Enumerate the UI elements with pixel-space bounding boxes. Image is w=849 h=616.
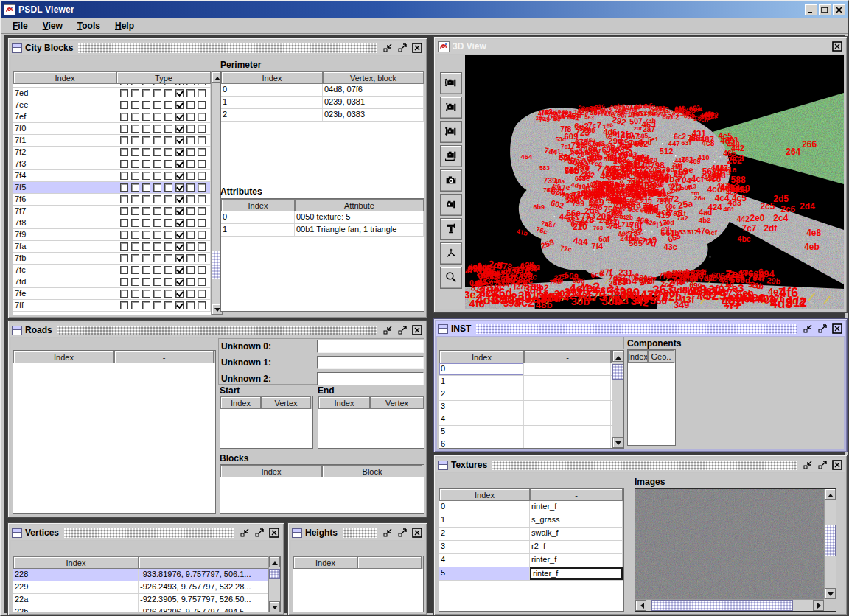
type-checkbox[interactable]: [120, 207, 128, 215]
type-checkbox[interactable]: [142, 207, 150, 215]
table-row[interactable]: 7f4: [13, 170, 211, 182]
table-cell[interactable]: swalk_f: [530, 528, 623, 540]
city-blocks-titlebar[interactable]: City Blocks: [10, 41, 424, 55]
table-cell[interactable]: [524, 363, 611, 375]
table-cell[interactable]: 04d8, 07f6: [323, 84, 424, 96]
slide-camera-button[interactable]: [440, 145, 462, 167]
table-row[interactable]: 7ef: [13, 111, 211, 123]
type-checkbox[interactable]: [186, 219, 195, 227]
type-checkbox[interactable]: [131, 172, 139, 180]
table-row[interactable]: 7f3: [13, 158, 211, 170]
maximize-button[interactable]: [396, 42, 408, 54]
reset-camera-button[interactable]: [440, 194, 462, 216]
type-checkbox[interactable]: [175, 195, 184, 203]
type-checkbox[interactable]: [198, 254, 206, 262]
table-row[interactable]: 0rinter_f: [439, 501, 623, 514]
maximize-button[interactable]: [396, 324, 408, 336]
table-cell[interactable]: 3: [439, 541, 530, 553]
type-checkbox[interactable]: [131, 125, 139, 133]
type-checkbox[interactable]: [142, 266, 150, 274]
type-checkbox[interactable]: [164, 266, 172, 274]
type-checkbox[interactable]: [131, 84, 139, 85]
index-cell[interactable]: 7f7: [13, 206, 116, 217]
type-checkbox[interactable]: [142, 89, 150, 97]
table-cell[interactable]: [524, 426, 611, 438]
type-checkbox[interactable]: [186, 148, 195, 156]
type-checkbox[interactable]: [164, 219, 172, 227]
type-checkbox[interactable]: [142, 242, 150, 251]
type-checkbox[interactable]: [131, 183, 139, 192]
vertical-scrollbar[interactable]: [268, 556, 280, 612]
type-checkbox[interactable]: [175, 113, 184, 121]
type-checkbox[interactable]: [153, 195, 161, 203]
type-checkbox[interactable]: [198, 84, 206, 85]
type-checkbox[interactable]: [186, 160, 195, 168]
table-cell[interactable]: 4: [439, 413, 524, 425]
unknown1-input[interactable]: [317, 356, 424, 369]
index-cell[interactable]: 7fe: [13, 288, 116, 299]
type-checkbox[interactable]: [120, 242, 128, 251]
type-checkbox[interactable]: [131, 290, 139, 298]
type-checkbox[interactable]: [153, 101, 161, 109]
type-checkbox[interactable]: [142, 125, 150, 133]
close-button[interactable]: [831, 323, 843, 335]
roads-titlebar[interactable]: Roads: [10, 323, 424, 337]
type-checkbox[interactable]: [153, 136, 161, 144]
table-cell[interactable]: r2_f: [530, 541, 623, 553]
table-row[interactable]: 5rinter_f: [439, 567, 623, 581]
type-checkbox[interactable]: [131, 101, 139, 109]
type-checkbox[interactable]: [186, 172, 195, 180]
type-checkbox[interactable]: [175, 231, 184, 239]
table-cell[interactable]: -926.48206, 9.757797, 494.5: [139, 606, 270, 612]
type-checkbox[interactable]: [120, 231, 128, 239]
index-cell[interactable]: 7f8: [13, 217, 116, 228]
table-row[interactable]: 0: [439, 363, 623, 376]
type-checkbox[interactable]: [186, 125, 195, 133]
type-checkbox[interactable]: [131, 254, 139, 262]
type-checkbox[interactable]: [142, 219, 150, 227]
type-checkbox[interactable]: [153, 254, 161, 262]
minimize-button[interactable]: [239, 527, 251, 539]
type-checkbox[interactable]: [164, 172, 172, 180]
type-checkbox[interactable]: [198, 101, 206, 109]
type-checkbox[interactable]: [120, 148, 128, 156]
scrollbar-track[interactable]: [269, 567, 280, 601]
type-checkbox[interactable]: [153, 84, 161, 85]
type-checkbox[interactable]: [186, 89, 195, 97]
table-row[interactable]: 22b-926.48206, 9.757797, 494.5: [13, 606, 280, 612]
type-checkbox[interactable]: [142, 183, 150, 192]
type-checkbox[interactable]: [120, 183, 128, 192]
table-cell[interactable]: [524, 413, 611, 425]
type-checkbox[interactable]: [198, 207, 206, 215]
type-checkbox[interactable]: [153, 219, 161, 227]
type-checkbox[interactable]: [175, 219, 184, 227]
type-checkbox[interactable]: [142, 113, 150, 121]
type-checkbox[interactable]: [164, 160, 172, 168]
table-row[interactable]: 1: [439, 376, 623, 388]
type-checkbox[interactable]: [175, 290, 184, 298]
index-cell[interactable]: 7fb: [13, 253, 116, 264]
maximize-button[interactable]: [817, 459, 828, 471]
scrollbar-track[interactable]: [646, 600, 813, 611]
type-checkbox[interactable]: [153, 290, 161, 298]
type-checkbox[interactable]: [142, 301, 150, 309]
close-button[interactable]: [833, 4, 845, 15]
type-checkbox[interactable]: [198, 219, 206, 227]
type-checkbox[interactable]: [142, 231, 150, 239]
type-checkbox[interactable]: [175, 301, 184, 309]
type-checkbox[interactable]: [198, 148, 206, 156]
type-checkbox[interactable]: [142, 101, 150, 109]
index-cell[interactable]: 7ef: [13, 111, 116, 122]
table-cell[interactable]: 0: [439, 501, 530, 514]
minimize-button[interactable]: [382, 527, 394, 539]
type-checkbox[interactable]: [164, 207, 172, 215]
index-cell[interactable]: 7f3: [13, 158, 116, 169]
scroll-left-button[interactable]: [635, 600, 646, 611]
vertical-scrollbar[interactable]: [824, 489, 836, 599]
table-cell[interactable]: [524, 438, 611, 449]
type-checkbox[interactable]: [142, 254, 150, 262]
scrollbar-track[interactable]: [825, 500, 836, 588]
table-row[interactable]: 4rinter_f: [439, 554, 623, 567]
type-checkbox[interactable]: [175, 84, 184, 85]
index-cell[interactable]: 7fd: [13, 276, 116, 287]
